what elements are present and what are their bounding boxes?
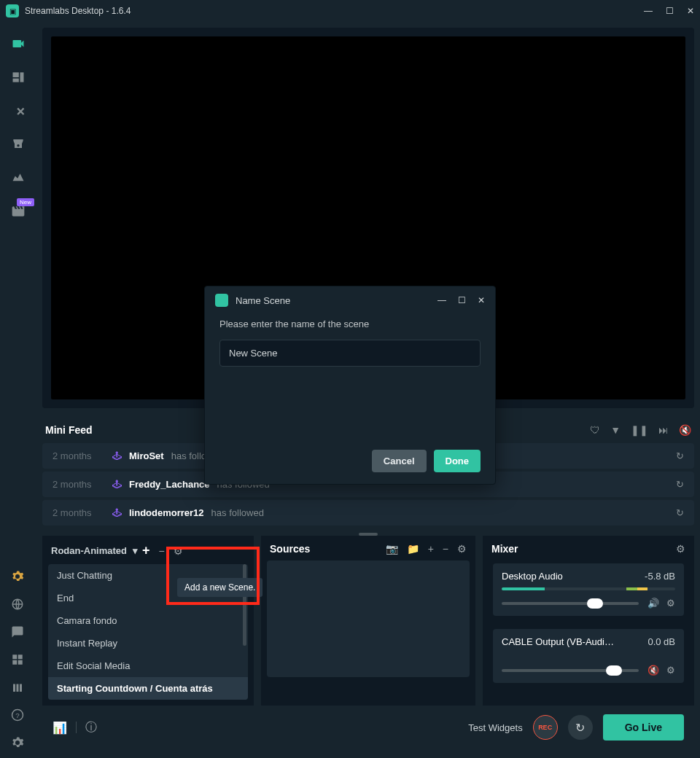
scene-item[interactable]: Starting Countdown / Cuenta atrás bbox=[48, 677, 248, 700]
replay-buffer-button[interactable]: ↻ bbox=[568, 715, 593, 740]
svg-rect-0 bbox=[13, 72, 19, 77]
mixer-channel: CABLE Output (VB-Audio Vir... 0.0 dB 🔇 ⚙ bbox=[493, 629, 684, 683]
feed-mute-alerts-icon[interactable]: 🔇 bbox=[679, 424, 691, 436]
nav-settings-icon[interactable] bbox=[11, 736, 26, 751]
scene-collection-dropdown[interactable]: Rodan-Animated ▾ bbox=[51, 545, 138, 556]
twitch-icon: 🕹 bbox=[112, 479, 122, 490]
svg-rect-9 bbox=[17, 684, 19, 692]
feed-replay-icon[interactable]: ↻ bbox=[676, 450, 684, 461]
feed-time: 2 months bbox=[52, 479, 105, 490]
scene-name-input[interactable] bbox=[219, 340, 481, 367]
svg-rect-6 bbox=[12, 660, 17, 665]
nav-stats-icon[interactable] bbox=[11, 681, 26, 695]
feed-shield-icon[interactable]: 🛡 bbox=[590, 424, 600, 436]
scene-settings-icon[interactable]: ⚙ bbox=[174, 545, 183, 557]
svg-rect-7 bbox=[18, 660, 23, 665]
volume-speaker-icon[interactable]: 🔊 bbox=[648, 598, 659, 609]
scene-item[interactable]: Edit Social Media bbox=[48, 655, 248, 677]
twitch-icon: 🕹 bbox=[112, 507, 122, 518]
add-scene-button[interactable]: + bbox=[142, 543, 150, 558]
feed-row: 2 months 🕹 lindodemorrer12 has followed … bbox=[42, 500, 694, 525]
svg-rect-2 bbox=[13, 79, 19, 82]
nav-gear-accent-icon[interactable] bbox=[11, 570, 26, 585]
source-folder-icon[interactable]: 📁 bbox=[407, 543, 419, 555]
resize-grip[interactable] bbox=[359, 533, 378, 536]
scene-collection-name: Rodan-Animated bbox=[51, 545, 127, 556]
channel-settings-icon[interactable]: ⚙ bbox=[666, 665, 675, 676]
sources-panel: Sources 📷 📁 + − ⚙ bbox=[261, 536, 475, 706]
chevron-down-icon: ▾ bbox=[133, 545, 138, 556]
feed-filter-icon[interactable]: ▼ bbox=[610, 424, 621, 436]
nav-dashboard-icon[interactable] bbox=[11, 171, 26, 185]
feed-actor: MiroSet bbox=[129, 450, 164, 461]
svg-rect-4 bbox=[12, 655, 17, 659]
nav-themes-icon[interactable] bbox=[11, 103, 26, 118]
sidebar-nav: New ? bbox=[0, 22, 36, 758]
dialog-title: Name Scene bbox=[236, 295, 430, 306]
go-live-button[interactable]: Go Live bbox=[603, 714, 684, 741]
footer-metrics-icon[interactable]: 📊 bbox=[52, 721, 67, 735]
nav-chat-icon[interactable] bbox=[11, 625, 26, 640]
mixer-channel: Desktop Audio -5.8 dB 🔊 ⚙ bbox=[493, 563, 684, 616]
test-widgets-button[interactable]: Test Widgets bbox=[468, 722, 522, 733]
window-minimize-button[interactable]: — bbox=[644, 6, 653, 16]
feed-pause-icon[interactable]: ❚❚ bbox=[631, 424, 648, 436]
window-titlebar: ▣ Streamlabs Desktop - 1.6.4 — ☐ ✕ bbox=[0, 0, 700, 22]
divider bbox=[76, 722, 77, 733]
svg-rect-8 bbox=[13, 684, 15, 692]
feed-replay-icon[interactable]: ↻ bbox=[676, 479, 684, 490]
mixer-title: Mixer bbox=[491, 543, 672, 555]
mixer-channel-name: Desktop Audio bbox=[502, 571, 563, 582]
svg-rect-10 bbox=[20, 684, 22, 692]
scene-item[interactable]: Camara fondo bbox=[48, 609, 248, 632]
mixer-channel-name: CABLE Output (VB-Audio Vir... bbox=[502, 636, 618, 647]
nav-highlighter-icon[interactable]: New bbox=[11, 204, 26, 219]
feed-time: 2 months bbox=[52, 507, 105, 518]
feed-skip-icon[interactable]: ⏭ bbox=[658, 424, 669, 436]
cancel-button[interactable]: Cancel bbox=[372, 450, 427, 472]
nav-grid-icon[interactable] bbox=[11, 653, 26, 668]
source-settings-icon[interactable]: ⚙ bbox=[457, 543, 467, 555]
feed-action: has followed bbox=[211, 507, 264, 518]
dialog-maximize-button[interactable]: ☐ bbox=[458, 295, 466, 305]
add-source-button[interactable]: + bbox=[428, 543, 434, 555]
mixer-panel: Mixer ⚙ Desktop Audio -5.8 dB bbox=[483, 536, 694, 706]
mixer-channel-value: -5.8 dB bbox=[645, 571, 675, 582]
scene-item[interactable]: Instant Replay bbox=[48, 632, 248, 655]
nav-layouts-icon[interactable] bbox=[11, 70, 26, 85]
done-button[interactable]: Done bbox=[434, 450, 481, 472]
app-logo-icon: ▣ bbox=[6, 4, 19, 17]
remove-source-button[interactable]: − bbox=[443, 543, 448, 555]
volume-mute-icon[interactable]: 🔇 bbox=[648, 665, 659, 676]
footer-info-icon[interactable]: ⓘ bbox=[85, 720, 97, 735]
window-maximize-button[interactable]: ☐ bbox=[666, 6, 674, 16]
volume-slider[interactable] bbox=[502, 602, 639, 605]
svg-rect-5 bbox=[18, 655, 23, 659]
svg-rect-1 bbox=[20, 72, 24, 82]
source-webcam-icon[interactable]: 📷 bbox=[386, 543, 398, 555]
svg-text:?: ? bbox=[15, 711, 20, 719]
feed-time: 2 months bbox=[52, 450, 105, 461]
nav-store-icon[interactable] bbox=[11, 137, 26, 152]
dialog-close-button[interactable]: ✕ bbox=[478, 295, 485, 305]
dialog-minimize-button[interactable]: — bbox=[438, 295, 446, 305]
record-button[interactable]: REC bbox=[533, 715, 558, 740]
channel-settings-icon[interactable]: ⚙ bbox=[666, 598, 675, 609]
new-badge: New bbox=[17, 198, 34, 206]
mixer-channel-value: 0.0 dB bbox=[648, 636, 675, 647]
scroll-thumb[interactable] bbox=[243, 564, 246, 646]
feed-actor: Freddy_Lachance bbox=[129, 479, 210, 490]
nav-globe-icon[interactable] bbox=[11, 598, 26, 612]
nav-help-icon[interactable]: ? bbox=[11, 708, 26, 723]
scenes-panel: Rodan-Animated ▾ + − ⚙ Just Chatting End… bbox=[42, 536, 254, 706]
footer-bar: 📊 ⓘ Test Widgets REC ↻ Go Live bbox=[42, 710, 694, 745]
nav-editor-icon[interactable] bbox=[11, 36, 26, 51]
name-scene-dialog: Name Scene — ☐ ✕ Please enter the name o… bbox=[204, 286, 496, 485]
remove-scene-button[interactable]: − bbox=[159, 545, 165, 557]
mixer-settings-icon[interactable]: ⚙ bbox=[676, 543, 685, 555]
window-close-button[interactable]: ✕ bbox=[687, 6, 694, 16]
dialog-logo-icon bbox=[215, 294, 228, 307]
audio-meter bbox=[502, 587, 675, 590]
volume-slider[interactable] bbox=[502, 669, 639, 672]
feed-replay-icon[interactable]: ↻ bbox=[676, 507, 684, 518]
